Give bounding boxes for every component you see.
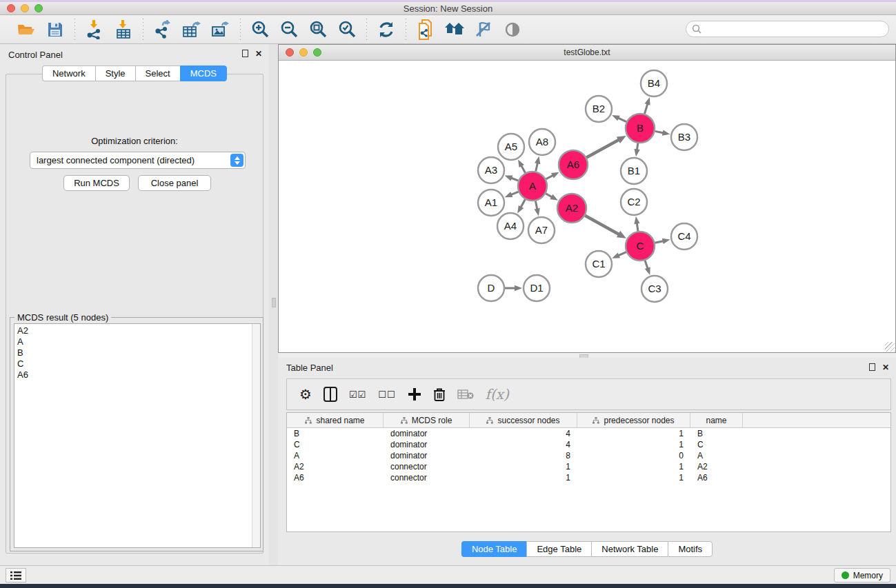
tab-select[interactable]: Select	[135, 65, 180, 81]
table-cell[interactable]: B	[690, 429, 743, 438]
table-cell[interactable]: C	[690, 440, 743, 449]
column-header-predecessor-nodes[interactable]: predecessor nodes	[577, 413, 690, 427]
settings-gear-icon[interactable]: ⚙	[299, 386, 312, 403]
criterion-dropdown[interactable]: largest connected component (directed)	[30, 152, 246, 169]
table-row[interactable]: Bdominator41B	[287, 428, 890, 439]
table-row[interactable]: A2connector11A2	[287, 461, 890, 472]
deselect-all-icon[interactable]: ☐☐	[378, 389, 395, 400]
graph-edge-C-C4[interactable]	[655, 241, 664, 243]
first-neighbors-icon[interactable]	[415, 19, 437, 41]
table-cell[interactable]: 1	[577, 462, 690, 472]
table-cell[interactable]: A	[287, 451, 384, 460]
mcds-result-item[interactable]: C	[17, 358, 260, 369]
graph-node-label: A7	[535, 224, 548, 236]
tab-mcds[interactable]: MCDS	[180, 65, 227, 81]
table-cell[interactable]: dominator	[384, 429, 470, 438]
network-graph-canvas[interactable]: B4B2BB3A5A8A6A3B1AC2A1A2A4A7C4CC1C3DD1	[279, 61, 895, 352]
table-cell[interactable]: A2	[287, 462, 384, 472]
function-builder-icon[interactable]: f(x)	[486, 386, 509, 403]
export-network-icon[interactable]	[152, 19, 174, 41]
graph-edge-C-C1[interactable]	[618, 252, 626, 256]
table-cell[interactable]: 1	[470, 462, 577, 472]
table-cell[interactable]: A6	[287, 473, 384, 483]
table-cell[interactable]: 4	[470, 429, 577, 438]
table-cell[interactable]: 1	[577, 440, 690, 449]
delete-icon[interactable]	[433, 387, 446, 402]
node-table[interactable]: shared nameMCDS rolesuccessor nodesprede…	[286, 412, 891, 532]
run-mcds-button[interactable]: Run MCDS	[63, 175, 130, 191]
table-cell[interactable]: connector	[384, 473, 470, 483]
table-cell[interactable]: connector	[384, 462, 470, 472]
graph-edge-B-B2[interactable]	[617, 118, 626, 122]
tab-network-table[interactable]: Network Table	[591, 541, 668, 557]
table-cell[interactable]: 8	[470, 451, 577, 460]
graph-edge-A-A8[interactable]	[536, 162, 538, 171]
export-table-icon[interactable]	[181, 19, 203, 41]
hide-flags-icon[interactable]	[472, 19, 495, 41]
show-graphics-icon[interactable]	[501, 19, 524, 41]
tab-edge-table[interactable]: Edge Table	[526, 541, 591, 557]
tab-network[interactable]: Network	[42, 65, 95, 81]
mcds-result-item[interactable]: B	[17, 347, 260, 358]
table-cell[interactable]: dominator	[384, 451, 470, 460]
table-cell[interactable]: dominator	[384, 440, 470, 449]
add-icon[interactable]	[408, 387, 421, 401]
graph-edge-A-A4[interactable]	[520, 199, 525, 207]
table-panel-float-icon[interactable]	[869, 363, 875, 372]
tab-style[interactable]: Style	[95, 65, 135, 81]
tab-node-table[interactable]: Node Table	[461, 541, 527, 557]
column-header-name[interactable]: name	[690, 413, 743, 427]
divider-grip[interactable]	[272, 298, 276, 307]
open-session-icon[interactable]	[15, 19, 37, 41]
table-cell[interactable]: A6	[690, 473, 743, 483]
table-cell[interactable]: 0	[577, 451, 690, 460]
table-cell[interactable]: A2	[690, 462, 743, 472]
table-cell[interactable]: B	[287, 429, 384, 438]
table-row[interactable]: Adominator80A	[287, 450, 890, 461]
column-header-successor-nodes[interactable]: successor nodes	[470, 413, 577, 427]
mcds-result-item[interactable]: A6	[17, 369, 260, 381]
table-cell[interactable]: 4	[470, 440, 577, 449]
search-input[interactable]	[705, 24, 883, 34]
table-cell[interactable]: A	[690, 451, 743, 460]
graph-edge-C-C3[interactable]	[645, 261, 648, 270]
select-all-icon[interactable]: ☑☑	[349, 389, 366, 400]
network-window-titlebar[interactable]: testGlobe.txt	[279, 45, 895, 61]
control-panel-float-icon[interactable]	[242, 50, 248, 59]
table-panel-close-icon[interactable]: ✕	[882, 363, 889, 372]
delete-table-icon[interactable]	[457, 389, 474, 400]
export-image-icon[interactable]	[210, 19, 232, 41]
control-panel-close-icon[interactable]: ✕	[255, 50, 262, 58]
table-cell[interactable]: 1	[470, 473, 577, 483]
graph-edge-A6-B[interactable]	[586, 139, 619, 157]
table-cell[interactable]: 1	[577, 429, 690, 438]
column-header-MCDS-role[interactable]: MCDS role	[384, 413, 470, 427]
zoom-in-icon[interactable]	[249, 19, 271, 41]
table-row[interactable]: A6connector11A6	[287, 472, 890, 483]
close-panel-button[interactable]: Close panel	[138, 175, 211, 191]
search-field[interactable]	[686, 21, 889, 37]
tab-motifs[interactable]: Motifs	[668, 541, 713, 557]
resize-grip-icon[interactable]	[885, 342, 895, 352]
table-row[interactable]: Cdominator41C	[287, 439, 890, 450]
mcds-result-list[interactable]: A2ABCA6	[14, 323, 261, 548]
zoom-fit-icon[interactable]	[307, 19, 329, 41]
import-network-icon[interactable]	[83, 19, 106, 41]
scrollbar[interactable]	[252, 324, 260, 547]
task-history-button[interactable]	[6, 568, 26, 582]
graph-edge-B-B4[interactable]	[644, 103, 648, 114]
column-layout-icon[interactable]	[323, 387, 337, 402]
zoom-selected-icon[interactable]	[336, 19, 358, 41]
table-cell[interactable]: 1	[577, 473, 690, 483]
mcds-result-item[interactable]: A	[17, 336, 260, 347]
mcds-result-item[interactable]: A2	[17, 325, 260, 336]
home-icon[interactable]	[444, 19, 466, 41]
column-header-shared-name[interactable]: shared name	[287, 413, 384, 427]
table-cell[interactable]: C	[287, 440, 384, 449]
save-session-icon[interactable]	[44, 19, 66, 41]
zoom-out-icon[interactable]	[278, 19, 300, 41]
graph-edge-A2-C[interactable]	[585, 216, 619, 235]
memory-button[interactable]: Memory	[834, 568, 890, 582]
refresh-icon[interactable]	[375, 19, 397, 41]
import-table-icon[interactable]	[112, 19, 135, 41]
